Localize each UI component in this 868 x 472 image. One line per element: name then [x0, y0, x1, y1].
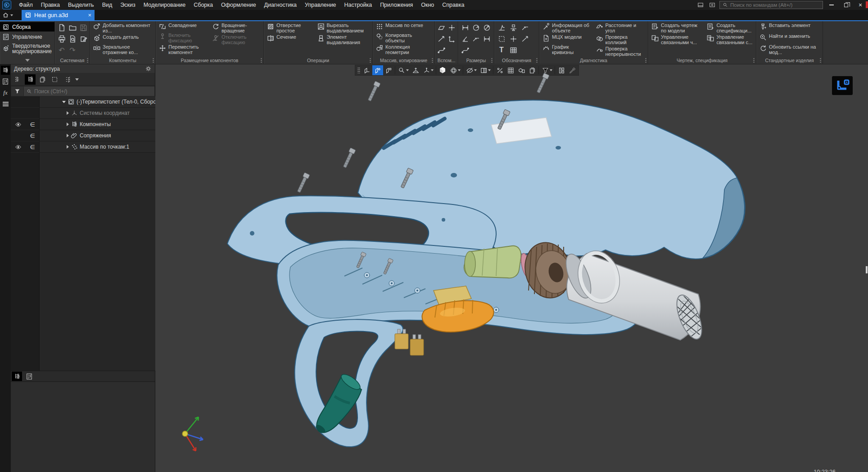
- menu-annotation[interactable]: Оформление: [217, 0, 260, 10]
- mode-assembly[interactable]: Сборка: [0, 22, 54, 32]
- diameter-dimension-icon[interactable]: [483, 23, 491, 32]
- command-search[interactable]: [719, 1, 823, 9]
- sketch-mode-indicator[interactable]: [832, 76, 853, 95]
- menu-sketch[interactable]: Эскиз: [116, 0, 139, 10]
- datum-icon[interactable]: [509, 23, 518, 32]
- menu-assembly[interactable]: Сборка: [190, 0, 217, 10]
- leader-dimension-icon[interactable]: [472, 35, 480, 43]
- panel-menu-button[interactable]: [1, 100, 10, 109]
- menu-help[interactable]: Справка: [438, 0, 468, 10]
- tab-close-icon[interactable]: ×: [88, 12, 91, 18]
- model-terminal-blocks[interactable]: [395, 329, 424, 355]
- tree-search-input[interactable]: [34, 88, 152, 95]
- open-document-icon[interactable]: [68, 23, 77, 32]
- tab-heat-gun[interactable]: Heat gun.a3d ×: [22, 10, 95, 20]
- tree-item-components[interactable]: Компоненты: [40, 119, 173, 130]
- tolerance-icon[interactable]: [497, 35, 506, 43]
- menu-settings[interactable]: Настройка: [340, 0, 376, 10]
- section-button[interactable]: Сечение: [265, 34, 315, 45]
- grid-array-button[interactable]: Массив по сетке: [374, 22, 433, 32]
- new-document-icon[interactable]: [58, 23, 66, 32]
- print-preview-icon[interactable]: [68, 35, 77, 43]
- eye-icon[interactable]: [15, 144, 22, 150]
- workspace-settings-icon[interactable]: [708, 1, 717, 9]
- view-arrow-icon[interactable]: [521, 35, 529, 43]
- eye-icon[interactable]: [15, 121, 22, 128]
- redo-icon[interactable]: ↷: [68, 46, 77, 54]
- table-tool-icon[interactable]: [509, 46, 518, 54]
- bottom-tab-list[interactable]: [24, 372, 34, 381]
- collision-check-button[interactable]: Проверка коллизий: [594, 34, 647, 45]
- enable-fix-button[interactable]: Включить фиксацию: [157, 32, 209, 44]
- expand-caret-icon[interactable]: [62, 101, 66, 103]
- manage-linked-drawings-button[interactable]: Управление связанными ч...: [650, 34, 704, 45]
- tree-display-options-button[interactable]: [63, 74, 74, 85]
- save-icon[interactable]: [79, 23, 88, 32]
- create-part-button[interactable]: Создать деталь: [91, 34, 154, 44]
- move-component-button[interactable]: Переместить компонент: [157, 44, 209, 55]
- home-button[interactable]: [0, 10, 15, 20]
- chain-dimension-icon[interactable]: [461, 46, 470, 54]
- mode-solid-modeling[interactable]: Твердотельное моделирование: [0, 42, 54, 55]
- kompas-logo-icon[interactable]: [2, 0, 11, 9]
- tree-selection-button[interactable]: [49, 74, 60, 85]
- mate-coincident-button[interactable]: Совпадение: [157, 22, 209, 32]
- marking-icon[interactable]: [509, 35, 518, 43]
- bottom-tab-tree[interactable]: [12, 372, 22, 381]
- menu-window[interactable]: Окно: [417, 0, 438, 10]
- 3d-viewport[interactable]: 10:23:26: [155, 64, 868, 472]
- tree-options-caret-icon[interactable]: [75, 78, 79, 81]
- collapse-caret-icon[interactable]: [67, 111, 69, 115]
- undo-icon[interactable]: ↶: [58, 46, 66, 54]
- minimize-button[interactable]: [826, 1, 837, 9]
- collapse-caret-icon[interactable]: [67, 123, 69, 126]
- disable-fix-button[interactable]: Отключить фиксацию: [210, 34, 261, 45]
- linear-dimension-icon[interactable]: [483, 35, 491, 43]
- create-spec-button[interactable]: Создать спецификаци...: [705, 22, 755, 34]
- aux-spline-icon[interactable]: [437, 46, 446, 54]
- simple-hole-button[interactable]: Отверстие простое: [265, 22, 315, 34]
- tree-filter-button[interactable]: [11, 86, 23, 96]
- insert-element-button[interactable]: Вставить элемент: [758, 22, 820, 33]
- radial-dimension-icon[interactable]: [472, 23, 480, 32]
- menu-file[interactable]: Файл: [15, 0, 37, 10]
- variables-panel-tab[interactable]: fx: [1, 88, 10, 97]
- heat-gun-exploded-model[interactable]: [155, 64, 868, 471]
- workspace-layout-icon[interactable]: [696, 1, 705, 9]
- tree-docs-button[interactable]: [37, 74, 48, 85]
- distance-angle-button[interactable]: Расстояние и угол: [594, 22, 647, 34]
- collapse-caret-icon[interactable]: [67, 134, 69, 137]
- home-caret-icon[interactable]: [10, 14, 13, 16]
- continuity-check-button[interactable]: Проверка непрерывности: [594, 45, 647, 57]
- in-context-icon[interactable]: ∈: [30, 121, 35, 128]
- menu-diagnostics[interactable]: Диагностика: [260, 0, 301, 10]
- tree-item-coordinate-systems[interactable]: Системы координат: [40, 108, 173, 119]
- menu-select[interactable]: Выделить: [64, 0, 98, 10]
- find-replace-button[interactable]: Найти и заменить: [758, 33, 820, 44]
- mass-properties-button[interactable]: МЦХ модели: [541, 34, 593, 44]
- save-as-icon[interactable]: [79, 35, 88, 43]
- auto-dimension-icon[interactable]: [461, 23, 470, 32]
- tree-item-root[interactable]: (-)Термопистолет (Тел-0, Сборочных е: [40, 96, 173, 108]
- curvature-graph-button[interactable]: График кривизны: [541, 44, 593, 55]
- aux-axis-icon[interactable]: [437, 35, 446, 43]
- tree-search[interactable]: [24, 86, 154, 96]
- command-search-input[interactable]: [730, 2, 820, 8]
- collapse-caret-icon[interactable]: [67, 145, 69, 149]
- in-context-icon[interactable]: ∈: [30, 132, 35, 139]
- manage-linked-specs-button[interactable]: Управление связанными с...: [705, 34, 755, 45]
- aux-lcs-icon[interactable]: [448, 35, 456, 43]
- rotate-rotate-button[interactable]: Вращение-вращение: [210, 22, 261, 34]
- geometry-collection-button[interactable]: Коллекция геометрии: [374, 44, 433, 55]
- menu-modeling[interactable]: Моделирование: [140, 0, 190, 10]
- print-icon[interactable]: [58, 35, 66, 43]
- restore-button[interactable]: [840, 1, 852, 9]
- roughness-icon[interactable]: [497, 23, 506, 32]
- tree-structure-view-button[interactable]: [25, 74, 36, 85]
- parameters-panel-tab[interactable]: [1, 77, 10, 86]
- cut-extrude-button[interactable]: Вырезать выдавливанием: [316, 22, 371, 34]
- mode-management[interactable]: Управление: [0, 32, 54, 41]
- menu-edit[interactable]: Правка: [37, 0, 64, 10]
- menu-view[interactable]: Вид: [98, 0, 117, 10]
- aux-plane-icon[interactable]: [437, 23, 446, 32]
